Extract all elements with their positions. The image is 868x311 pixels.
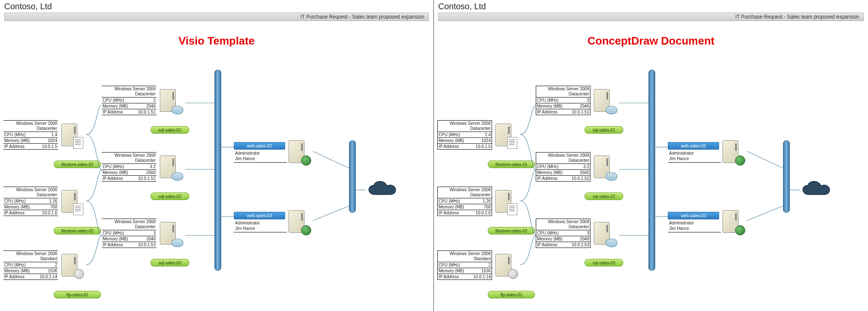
- diagram-canvas: Windows Server 2008Datacenter CPU (MHz)1…: [0, 0, 433, 311]
- diagram-canvas: Windows Server 2008Datacenter CPU (MHz)1…: [434, 0, 868, 311]
